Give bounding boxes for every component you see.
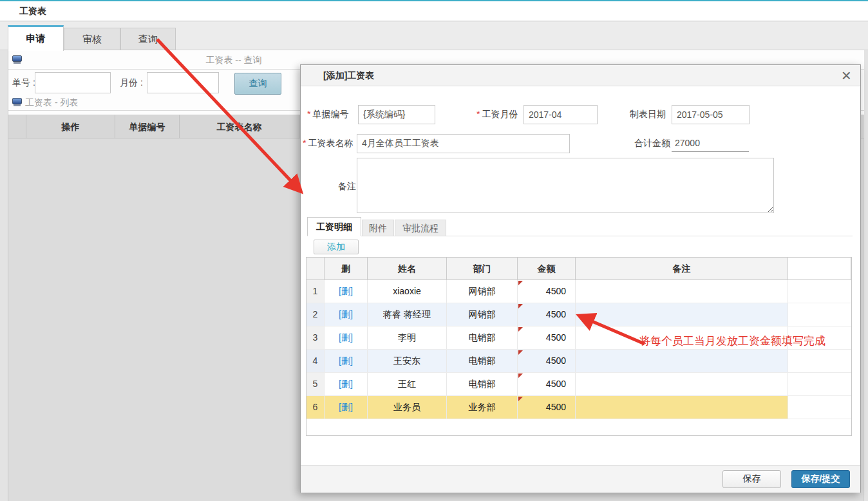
main-tab-strip: 申请 审核 查询 <box>0 22 868 50</box>
modal-title-bar: [添加]工资表 × <box>301 65 860 86</box>
table-row: 1 [删] xiaoxie 网销部 4500 <box>307 280 851 303</box>
cell-name[interactable]: xiaoxie <box>368 280 447 303</box>
delete-link[interactable]: [删] <box>339 402 353 412</box>
cell-dept[interactable]: 电销部 <box>447 350 518 372</box>
cell-remark[interactable] <box>576 350 788 372</box>
list-col-doc-no: 单据编号 <box>115 115 180 138</box>
cell-amount[interactable]: 4500 <box>518 373 576 395</box>
table-row-selected: 6 [删] 业务员 业务部 4500 <box>307 396 851 419</box>
cell-amount[interactable]: 4500 <box>518 396 576 419</box>
monitor-icon <box>12 98 22 106</box>
cell-dept[interactable]: 业务部 <box>447 396 518 419</box>
doc-no-label: *单据编号 <box>307 109 348 120</box>
save-button[interactable]: 保存 <box>722 470 781 488</box>
table-row: 2 [删] 蒋睿 蒋经理 网销部 4500 <box>307 303 851 326</box>
cell-name[interactable]: 王安东 <box>368 350 447 372</box>
modal-body: *单据编号 *工资月份 制表日期 *工资表名称 合计金额 27000 备注 工资… <box>301 86 860 493</box>
page: 工资表 申请 审核 查询 工资表 -- 查询 单号 : 月份 : 查询 工资表 … <box>0 0 868 501</box>
add-row-button[interactable]: 添加 <box>314 240 359 254</box>
edited-corner-mark <box>518 373 523 378</box>
order-no-input[interactable] <box>35 72 111 93</box>
table-row: 4 [删] 王安东 电销部 4500 <box>307 350 851 373</box>
annotation-text: 将每个员工当月发放工资金额填写完成 <box>639 334 826 348</box>
cell-remark[interactable] <box>576 373 788 395</box>
delete-link[interactable]: [删] <box>339 309 353 319</box>
delete-link[interactable]: [删] <box>339 379 353 389</box>
cell-amount[interactable]: 4500 <box>518 303 576 326</box>
tab-apply[interactable]: 申请 <box>8 25 64 51</box>
edited-corner-mark <box>518 304 523 308</box>
delete-link[interactable]: [删] <box>339 286 353 296</box>
cell-dept[interactable]: 电销部 <box>447 373 518 395</box>
total-amount-label: 合计金额 <box>634 138 670 149</box>
cell-dept[interactable]: 网销部 <box>447 280 518 303</box>
order-no-label: 单号 : <box>12 77 35 89</box>
modal-title: [添加]工资表 <box>323 65 374 86</box>
tab-query[interactable]: 查询 <box>120 28 176 50</box>
required-marker: * <box>476 109 480 119</box>
total-amount-value: 27000 <box>672 134 749 152</box>
cell-name[interactable]: 蒋睿 蒋经理 <box>368 303 447 326</box>
tab-review[interactable]: 审核 <box>64 28 120 50</box>
required-marker: * <box>303 138 306 148</box>
month-input[interactable] <box>147 72 219 93</box>
edited-corner-mark <box>518 281 523 285</box>
month-label: 月份 : <box>120 77 143 89</box>
cell-amount[interactable]: 4500 <box>518 350 576 372</box>
table-row: 5 [删] 王红 电销部 4500 <box>307 373 851 396</box>
col-name: 姓名 <box>368 258 447 279</box>
cell-remark[interactable] <box>576 303 788 326</box>
cell-amount[interactable]: 4500 <box>518 326 576 349</box>
modal-footer: 保存 保存/提交 <box>301 465 860 493</box>
remark-label: 备注 <box>338 181 356 193</box>
tab-salary-detail[interactable]: 工资明细 <box>307 217 361 236</box>
table-name-label: *工资表名称 <box>303 138 353 149</box>
make-date-label: 制表日期 <box>630 109 666 120</box>
cell-dept[interactable]: 电销部 <box>447 326 518 349</box>
col-dept: 部门 <box>447 258 518 279</box>
list-col-operation: 操作 <box>26 115 115 138</box>
save-submit-button[interactable]: 保存/提交 <box>791 470 850 488</box>
cell-dept[interactable]: 网销部 <box>447 303 518 326</box>
col-remark: 备注 <box>576 258 788 279</box>
delete-link[interactable]: [删] <box>339 332 353 343</box>
query-button[interactable]: 查询 <box>234 73 281 95</box>
doc-no-input[interactable] <box>358 105 435 124</box>
delete-link[interactable]: [删] <box>339 355 353 366</box>
edited-corner-mark <box>518 397 523 401</box>
cell-amount[interactable]: 4500 <box>518 280 576 303</box>
tab-attachment[interactable]: 附件 <box>362 220 394 236</box>
detail-tab-strip: 工资明细 附件 审批流程 <box>307 217 853 236</box>
cell-remark[interactable] <box>576 396 788 419</box>
cell-name[interactable]: 李明 <box>368 326 447 349</box>
detail-header-row: 删 姓名 部门 金额 备注 <box>307 258 851 280</box>
tab-approval-flow[interactable]: 审批流程 <box>395 220 446 236</box>
cell-name[interactable]: 王红 <box>368 373 447 395</box>
salary-month-label: *工资月份 <box>476 109 518 120</box>
close-icon[interactable]: × <box>842 66 851 86</box>
list-col-rownum <box>8 115 26 138</box>
window-title-bar: 工资表 <box>0 1 868 21</box>
required-marker: * <box>307 109 310 119</box>
make-date-input[interactable] <box>672 105 750 124</box>
edited-corner-mark <box>518 327 523 332</box>
cell-remark[interactable] <box>576 280 788 303</box>
salary-month-input[interactable] <box>524 105 598 124</box>
list-col-table-name: 工资表名称 <box>180 115 299 138</box>
col-delete: 删 <box>325 258 368 279</box>
remark-textarea[interactable] <box>357 158 774 213</box>
add-salary-modal: [添加]工资表 × *单据编号 *工资月份 制表日期 *工资表名称 合计金额 2… <box>300 64 861 493</box>
edited-corner-mark <box>518 350 523 355</box>
table-name-input[interactable] <box>357 134 570 153</box>
page-title: 工资表 <box>19 1 46 21</box>
list-section-title: 工资表 - 列表 <box>25 97 78 109</box>
cell-name[interactable]: 业务员 <box>368 396 447 419</box>
col-amount: 金额 <box>518 258 576 279</box>
